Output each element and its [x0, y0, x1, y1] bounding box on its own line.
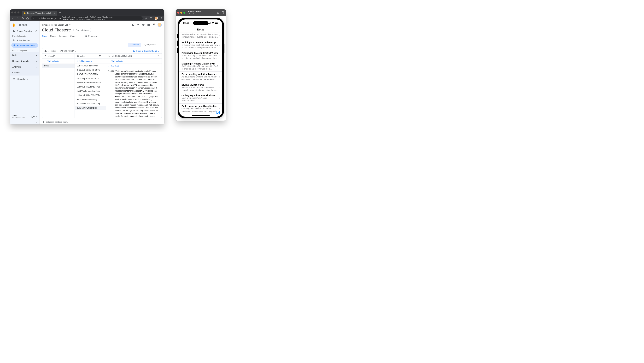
gear-icon[interactable]: [34, 30, 37, 32]
extensions-icon[interactable]: [150, 17, 152, 20]
home-icon[interactable]: [44, 50, 47, 52]
help-icon[interactable]: ?: [142, 23, 145, 26]
firebase-logo[interactable]: Firebase: [10, 21, 40, 29]
note-row[interactable]: Calling asynchronous Firebase API…Most o…: [179, 93, 222, 104]
site-settings-icon[interactable]: [33, 17, 35, 20]
document-row[interactable]: 3HdrUrDFgS7eE4HRi2Pm: [75, 68, 106, 72]
note-row[interactable]: Build powerful gen AI applications…Creat…: [179, 104, 222, 114]
note-row[interactable]: Mobile applications have to deal with a …: [179, 33, 222, 40]
traffic-min-icon[interactable]: [14, 12, 16, 14]
sidebar-item-authentication[interactable]: Authentication: [10, 38, 40, 43]
kebab-icon[interactable]: ⋮: [160, 44, 162, 46]
battery-icon: [215, 22, 218, 24]
field-row[interactable]: text: "Build powerful gen AI application…: [106, 69, 162, 118]
tab-extensions[interactable]: Extensions: [85, 35, 98, 39]
home-icon[interactable]: [26, 17, 29, 20]
document-row[interactable]: F4h8OdqZ1UMqz23xAto0: [75, 76, 106, 80]
traffic-max-icon[interactable]: [184, 12, 186, 14]
back-icon[interactable]: [12, 17, 14, 20]
note-row[interactable]: Styling SwiftUI ViewsSwiftUI makes it ea…: [179, 82, 222, 93]
phone-frame: 09:41 Notes Mobile applications have to …: [178, 18, 224, 118]
crumb-document[interactable]: gMrO1fIiXM5f4l…: [60, 50, 77, 52]
sidebar-cat-engage[interactable]: Engage⌄: [10, 70, 40, 76]
traffic-min-icon[interactable]: [180, 12, 182, 14]
profile-avatar[interactable]: [154, 17, 158, 20]
forward-icon[interactable]: [16, 17, 19, 20]
kebab-icon[interactable]: ⋮: [102, 55, 104, 57]
traffic-close-icon[interactable]: [177, 12, 179, 14]
traffic-close-icon[interactable]: [11, 12, 13, 14]
add-document-button[interactable]: +Add document: [75, 59, 106, 64]
sparkle-icon[interactable]: [137, 23, 140, 26]
sidebar-cat-analytics[interactable]: Analytics⌄: [10, 64, 40, 70]
sidebar-cat-build[interactable]: Build⌄: [10, 52, 40, 58]
rotate-icon[interactable]: [221, 11, 224, 14]
sidebar-cat-release[interactable]: Release & Monitor⌄: [10, 58, 40, 64]
camera-icon[interactable]: [216, 11, 220, 14]
query-builder-button[interactable]: Query builder: [142, 42, 158, 47]
collection-row[interactable]: notes›: [42, 64, 74, 68]
note-row[interactable]: Building a Custom Combine Operat…In the …: [179, 40, 222, 50]
add-database-button[interactable]: Add database: [73, 28, 91, 32]
tab-data[interactable]: Data: [42, 35, 46, 39]
document-row[interactable]: GybbVqm9jHoaodmwVpYv: [75, 89, 106, 93]
start-collection-button[interactable]: +Start collection: [42, 59, 74, 64]
inbox-icon[interactable]: [147, 23, 150, 26]
note-row[interactable]: Mapping Firestore Data in SwiftSwift's C…: [179, 61, 222, 72]
document-row[interactable]: FyyHOM5aRFTdEvukRZYd: [75, 80, 106, 85]
crumb-collection[interactable]: notes: [51, 50, 56, 52]
categories-label: Product categories: [10, 48, 40, 52]
star-icon[interactable]: [145, 17, 148, 20]
tab-indexes[interactable]: Indexes: [59, 35, 66, 39]
panel-view-button[interactable]: Panel view: [128, 42, 141, 47]
firebase-favicon-icon: [24, 12, 26, 14]
filter-icon[interactable]: [99, 55, 101, 57]
add-field-button[interactable]: +Add field: [106, 64, 162, 69]
sidebar-item-label: Firestore Database: [17, 44, 35, 47]
more-in-google-cloud-link[interactable]: More in Google Cloud ⌄: [133, 50, 160, 52]
moon-icon[interactable]: [132, 23, 134, 26]
note-row[interactable]: Previewing Stateful SwiftUI ViewsWhen bu…: [179, 50, 222, 61]
dynamic-island: [193, 21, 208, 25]
bell-icon[interactable]: [152, 23, 155, 26]
svg-rect-11: [14, 79, 14, 80]
project-selector[interactable]: Firestore Vector Search Lab ▾: [42, 24, 70, 26]
reload-icon[interactable]: [22, 17, 24, 20]
document-row[interactable]: 5zK34R271brWt3zZffNa: [75, 72, 106, 76]
start-collection-button-2[interactable]: +Start collection: [106, 59, 162, 64]
document-row[interactable]: G9mXWzRgryZR7zt17M5S: [75, 85, 106, 89]
tab-usage[interactable]: Usage: [70, 35, 76, 39]
chevron-down-icon[interactable]: ⌄: [161, 11, 163, 14]
home-indicator[interactable]: [192, 115, 210, 116]
document-row[interactable]: er47vA8XuZ6vUmHwJA8g: [75, 102, 106, 106]
shortcuts-label: Project shortcuts: [10, 34, 40, 38]
doc-id-label: gMrO1fIiXM5f4lolwzFN: [112, 55, 132, 57]
document-row[interactable]: RExVp8wWlDeeS5RrryJl: [75, 98, 106, 102]
home-icon[interactable]: [212, 11, 214, 14]
document-row[interactable]: 1GBsc1pw8Gdfd6uI446o: [75, 64, 106, 68]
kebab-icon[interactable]: [160, 17, 163, 20]
note-row[interactable]: Error Handling with Combine and S…As dev…: [179, 72, 222, 82]
sidebar-footer: Spark No-cost $0/month Upgrade: [10, 113, 40, 120]
project-overview-link[interactable]: Project Overview: [10, 29, 40, 34]
grid-icon: [12, 78, 15, 80]
document-row[interactable]: gMrO1fIiXM5f4lolwzFN›: [75, 106, 106, 110]
upgrade-button[interactable]: Upgrade: [30, 116, 37, 118]
user-avatar[interactable]: [158, 23, 162, 27]
close-icon[interactable]: ✕: [54, 12, 56, 14]
address-bar[interactable]: console.firebase.google.com/project/fire…: [31, 16, 142, 20]
note-title: Mapping Firestore Data in Swift: [182, 62, 218, 65]
collapse-sidebar-button[interactable]: ‹: [10, 120, 40, 124]
sidebar-all-products[interactable]: All products: [10, 76, 40, 83]
document-row[interactable]: HbOuUaPXtHYqSVucTB7z: [75, 93, 106, 98]
new-tab-button[interactable]: +: [59, 11, 61, 14]
sidebar-item-firestore[interactable]: Firestore Database: [11, 43, 38, 48]
browser-tab[interactable]: Firestore Vector Search Lab - ✕: [22, 11, 57, 16]
chevron-down-icon: ⌄: [35, 54, 37, 56]
kebab-icon[interactable]: ⋮: [158, 55, 160, 57]
compose-button[interactable]: [216, 110, 220, 114]
notes-list[interactable]: Mobile applications have to deal with a …: [179, 33, 222, 117]
tab-rules[interactable]: Rules: [50, 35, 56, 39]
traffic-max-icon[interactable]: [18, 12, 20, 14]
cloud-icon: [133, 50, 136, 52]
